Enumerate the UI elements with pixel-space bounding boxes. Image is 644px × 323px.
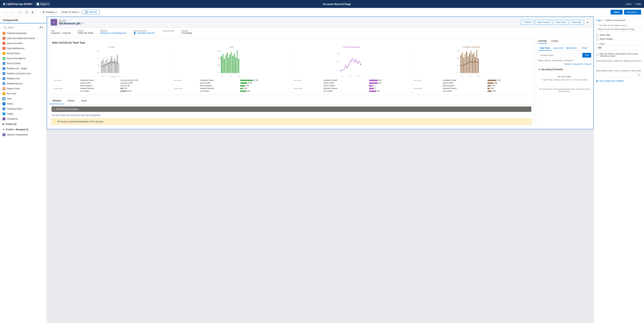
search-icon: 🔍 xyxy=(4,26,6,29)
pages-button[interactable]: 📄 Pages ▾ xyxy=(35,2,50,6)
sidebar-item-recommendations[interactable]: ★ Recommendations xyxy=(0,56,46,61)
back-button[interactable]: ← Back xyxy=(623,3,632,6)
sidebar-item-related-record[interactable]: ▣ Related Record xyxy=(0,81,46,86)
filter-info-icon[interactable]: ℹ xyxy=(641,60,642,62)
sidebar-item-potential-duplicates[interactable]: ⚠ Potential Duplicates xyxy=(0,31,46,36)
sidebar-item-quip-assoc[interactable]: Q Quip Associated Documents xyxy=(0,36,46,41)
activity-tab-chatter[interactable]: Chatter xyxy=(551,39,559,44)
sidebar-item-topics[interactable]: # Topics xyxy=(0,101,46,106)
follow-button[interactable]: + Follow xyxy=(521,20,534,25)
topics-icon: # xyxy=(2,102,6,105)
tableau-chart: Sales Activity by Team Type Emails 6K 4K… xyxy=(49,39,534,95)
more-actions-dropdown[interactable]: ▾ xyxy=(585,20,590,25)
sidebar-item-tableau[interactable]: ✦ Tableau Visualization xyxy=(0,132,46,137)
height-label: * * Height xyxy=(596,43,642,45)
right-panel: Page ▶ Tableau Visualization * * The URL… xyxy=(594,17,644,323)
activity-refresh-link[interactable]: Refresh xyxy=(564,63,572,65)
meetings-svg: 600 400 200 0 xyxy=(413,49,530,78)
add-task-button[interactable]: Add xyxy=(582,53,591,58)
website-link[interactable]: dickenson-consulting.com xyxy=(100,32,126,34)
activity-tab-activity[interactable]: Activity xyxy=(538,39,546,44)
svg-rect-11 xyxy=(111,56,112,73)
svg-rect-66 xyxy=(473,53,474,73)
sidebar-item-related-list-single[interactable]: ≡ Related List - Single xyxy=(0,66,46,71)
show-toolbar-checkbox[interactable] xyxy=(596,38,599,40)
duplicate-bar: ⚠ We found no potential duplicates of th… xyxy=(52,119,531,124)
gear-settings[interactable]: ⚙ ▾ xyxy=(39,26,43,29)
new-note-button[interactable]: New Note xyxy=(570,20,584,25)
help-button[interactable]: ? Help xyxy=(634,3,641,6)
sidebar-item-trending-topics[interactable]: ≡ Trending Topics xyxy=(0,106,46,111)
emails-svg: 6K 4K 2K 0K xyxy=(53,49,170,78)
new-task-btn[interactable]: New Task xyxy=(538,46,552,51)
custom-managed-section-toggle[interactable]: ▼ Custom - Managed (1) xyxy=(0,127,46,132)
sidebar-item-report-chart[interactable]: 📊 Report Chart xyxy=(0,86,46,91)
sidebar-item-visualforce[interactable]: Visualforce xyxy=(0,116,46,121)
edit-icon[interactable]: ✎ xyxy=(82,22,84,25)
tab-news[interactable]: News xyxy=(78,98,90,104)
sidebar-item-quip-doc[interactable]: Q Quip Document xyxy=(0,41,46,46)
no-next-steps: No next steps. To get things moving, add… xyxy=(538,72,591,84)
cut-button[interactable]: ✂ xyxy=(18,10,23,15)
record-body: Sales Activity by Team Type Emails 6K 4K… xyxy=(47,36,593,129)
sidebar-label: Quip Document xyxy=(7,42,22,45)
sidebar-item-twitter[interactable]: 🐦 Twitter xyxy=(0,111,46,116)
redo-button[interactable]: ↪ xyxy=(9,10,14,15)
sidebar-item-related-list-quick[interactable]: ≡ Related List Quick Links xyxy=(0,71,46,76)
set-visibility-toggle[interactable]: ▶ Set Component Visibility xyxy=(596,80,642,82)
new-contact-button[interactable]: New Contact xyxy=(535,20,552,25)
object-field-input[interactable] xyxy=(596,72,642,77)
sidebar-item-record-detail[interactable]: ≡ Record Detail xyxy=(0,61,46,66)
svg-rect-30 xyxy=(226,53,228,73)
sidebar-item-rich-text[interactable]: T Rich Text xyxy=(0,91,46,96)
sidebar-item-tabs[interactable]: ⬜ Tabs xyxy=(0,96,46,101)
log-call-btn[interactable]: Log a Call xyxy=(552,46,565,51)
tab-related[interactable]: Related xyxy=(50,98,64,104)
activity-actions: New Task Log a Call New Event Email xyxy=(538,46,591,51)
breadcrumb-page-link[interactable]: Page xyxy=(596,19,602,22)
activation-button[interactable]: Activation... xyxy=(624,10,641,15)
search-bar[interactable]: 🔍 ⚙ ▾ xyxy=(2,25,45,30)
owner-link[interactable]: Geraldine Zanolli xyxy=(137,32,154,34)
task-input[interactable] xyxy=(538,53,581,58)
chevron-down-icon: ▾ xyxy=(48,3,49,6)
svg-text:100: 100 xyxy=(337,53,340,54)
desktop-dropdown[interactable]: 🖥 Desktop ▾ xyxy=(41,10,58,15)
dropdown-arrow: ▾ xyxy=(56,11,57,14)
save-button[interactable]: Save xyxy=(610,10,622,15)
tab-details[interactable]: Details xyxy=(64,98,78,104)
new-event-btn[interactable]: New Event xyxy=(565,46,578,51)
record-fields: Type Customer · Channel Phone (785) 241-… xyxy=(47,28,593,36)
search-input[interactable] xyxy=(7,26,38,29)
sidebar-item-related-lists[interactable]: ≡ Related Lists xyxy=(0,76,46,81)
shrink-dropdown[interactable]: Shrink To View ▾ xyxy=(60,10,81,15)
breadcrumb: Page ▶ Tableau Visualization xyxy=(596,19,642,22)
filter-dropdown-icon[interactable]: ▾ xyxy=(573,59,574,62)
svg-text:Jul 1: Jul 1 xyxy=(110,75,112,77)
show-tabs-checkbox[interactable] xyxy=(596,34,599,36)
quip-assoc-icon: Q xyxy=(2,37,6,40)
view-all-link[interactable]: View All xyxy=(584,63,591,65)
sidebar-item-quip-notif[interactable]: Q Quip Notifications xyxy=(0,46,46,51)
custom-section-toggle[interactable]: ▶ Custom (1) xyxy=(0,121,46,127)
email-btn[interactable]: Email xyxy=(578,46,591,51)
warning-icon: ⚠ xyxy=(54,120,56,123)
expand-all-link[interactable]: Expand All xyxy=(573,63,582,65)
main-layout: Components 🔍 ⚙ ▾ ⚠ Potential Duplicates … xyxy=(0,17,644,323)
table-row: Field SalesGeraldine Zanolli 22.1K xyxy=(173,79,290,82)
delete-button[interactable]: 🗑 xyxy=(30,10,35,15)
copy-button[interactable]: ⬜ xyxy=(24,10,29,15)
undo-button[interactable]: ↩ xyxy=(3,10,8,15)
url-input[interactable] xyxy=(596,27,642,31)
owner-edit-icon[interactable]: ✎ xyxy=(154,32,156,34)
refresh-button[interactable]: 🔄 Refresh xyxy=(82,10,100,15)
sidebar-label: Recent Items xyxy=(7,52,20,55)
filter-checkbox[interactable] xyxy=(596,54,599,56)
url-info-icon[interactable]: ℹ xyxy=(626,24,626,27)
additional-filter-input[interactable] xyxy=(596,62,642,67)
sidebar-item-recent-items[interactable]: ⏱ Recent Items xyxy=(0,51,46,56)
new-case-button[interactable]: New Case xyxy=(554,20,568,25)
tableau-icon: ✦ xyxy=(2,133,6,136)
height-input[interactable] xyxy=(596,46,642,50)
calls-table: Field SalesGeraldine Zanolli 22.1K James… xyxy=(173,79,290,92)
